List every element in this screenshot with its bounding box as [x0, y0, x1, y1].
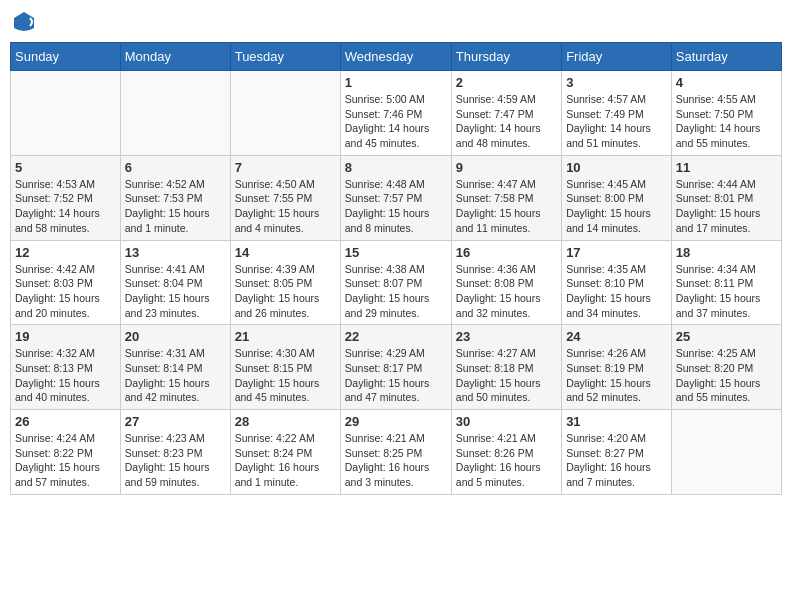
calendar-cell [230, 71, 340, 156]
day-number: 21 [235, 329, 336, 344]
day-number: 22 [345, 329, 447, 344]
day-info: Sunrise: 4:45 AM Sunset: 8:00 PM Dayligh… [566, 177, 667, 236]
day-number: 9 [456, 160, 557, 175]
day-info: Sunrise: 4:52 AM Sunset: 7:53 PM Dayligh… [125, 177, 226, 236]
day-info: Sunrise: 4:25 AM Sunset: 8:20 PM Dayligh… [676, 346, 777, 405]
day-number: 18 [676, 245, 777, 260]
calendar-cell: 24Sunrise: 4:26 AM Sunset: 8:19 PM Dayli… [562, 325, 672, 410]
day-info: Sunrise: 4:21 AM Sunset: 8:26 PM Dayligh… [456, 431, 557, 490]
day-number: 8 [345, 160, 447, 175]
calendar-cell: 16Sunrise: 4:36 AM Sunset: 8:08 PM Dayli… [451, 240, 561, 325]
calendar-cell: 12Sunrise: 4:42 AM Sunset: 8:03 PM Dayli… [11, 240, 121, 325]
calendar-week-row: 19Sunrise: 4:32 AM Sunset: 8:13 PM Dayli… [11, 325, 782, 410]
day-info: Sunrise: 4:36 AM Sunset: 8:08 PM Dayligh… [456, 262, 557, 321]
calendar-cell: 7Sunrise: 4:50 AM Sunset: 7:55 PM Daylig… [230, 155, 340, 240]
calendar-cell: 8Sunrise: 4:48 AM Sunset: 7:57 PM Daylig… [340, 155, 451, 240]
day-info: Sunrise: 4:35 AM Sunset: 8:10 PM Dayligh… [566, 262, 667, 321]
header-thursday: Thursday [451, 43, 561, 71]
day-info: Sunrise: 4:41 AM Sunset: 8:04 PM Dayligh… [125, 262, 226, 321]
calendar-cell [11, 71, 121, 156]
day-number: 16 [456, 245, 557, 260]
day-info: Sunrise: 4:27 AM Sunset: 8:18 PM Dayligh… [456, 346, 557, 405]
calendar-cell [120, 71, 230, 156]
day-info: Sunrise: 4:21 AM Sunset: 8:25 PM Dayligh… [345, 431, 447, 490]
calendar-cell: 21Sunrise: 4:30 AM Sunset: 8:15 PM Dayli… [230, 325, 340, 410]
calendar-cell: 23Sunrise: 4:27 AM Sunset: 8:18 PM Dayli… [451, 325, 561, 410]
day-info: Sunrise: 4:48 AM Sunset: 7:57 PM Dayligh… [345, 177, 447, 236]
day-number: 13 [125, 245, 226, 260]
day-number: 30 [456, 414, 557, 429]
day-number: 3 [566, 75, 667, 90]
day-number: 2 [456, 75, 557, 90]
header-monday: Monday [120, 43, 230, 71]
day-info: Sunrise: 4:24 AM Sunset: 8:22 PM Dayligh… [15, 431, 116, 490]
day-info: Sunrise: 4:44 AM Sunset: 8:01 PM Dayligh… [676, 177, 777, 236]
calendar-cell: 18Sunrise: 4:34 AM Sunset: 8:11 PM Dayli… [671, 240, 781, 325]
day-info: Sunrise: 4:20 AM Sunset: 8:27 PM Dayligh… [566, 431, 667, 490]
calendar-cell: 31Sunrise: 4:20 AM Sunset: 8:27 PM Dayli… [562, 410, 672, 495]
calendar-cell: 1Sunrise: 5:00 AM Sunset: 7:46 PM Daylig… [340, 71, 451, 156]
calendar-table: SundayMondayTuesdayWednesdayThursdayFrid… [10, 42, 782, 495]
calendar-week-row: 12Sunrise: 4:42 AM Sunset: 8:03 PM Dayli… [11, 240, 782, 325]
day-number: 15 [345, 245, 447, 260]
header-friday: Friday [562, 43, 672, 71]
day-number: 17 [566, 245, 667, 260]
day-number: 28 [235, 414, 336, 429]
day-number: 5 [15, 160, 116, 175]
day-info: Sunrise: 4:38 AM Sunset: 8:07 PM Dayligh… [345, 262, 447, 321]
calendar-cell: 20Sunrise: 4:31 AM Sunset: 8:14 PM Dayli… [120, 325, 230, 410]
calendar-week-row: 1Sunrise: 5:00 AM Sunset: 7:46 PM Daylig… [11, 71, 782, 156]
header-sunday: Sunday [11, 43, 121, 71]
calendar-cell: 5Sunrise: 4:53 AM Sunset: 7:52 PM Daylig… [11, 155, 121, 240]
calendar-cell: 26Sunrise: 4:24 AM Sunset: 8:22 PM Dayli… [11, 410, 121, 495]
calendar-cell: 4Sunrise: 4:55 AM Sunset: 7:50 PM Daylig… [671, 71, 781, 156]
calendar-cell: 22Sunrise: 4:29 AM Sunset: 8:17 PM Dayli… [340, 325, 451, 410]
day-number: 24 [566, 329, 667, 344]
day-number: 12 [15, 245, 116, 260]
day-number: 27 [125, 414, 226, 429]
day-number: 14 [235, 245, 336, 260]
calendar-cell: 29Sunrise: 4:21 AM Sunset: 8:25 PM Dayli… [340, 410, 451, 495]
day-info: Sunrise: 4:47 AM Sunset: 7:58 PM Dayligh… [456, 177, 557, 236]
day-number: 11 [676, 160, 777, 175]
calendar-cell: 14Sunrise: 4:39 AM Sunset: 8:05 PM Dayli… [230, 240, 340, 325]
day-number: 20 [125, 329, 226, 344]
day-info: Sunrise: 4:22 AM Sunset: 8:24 PM Dayligh… [235, 431, 336, 490]
logo [10, 10, 36, 34]
calendar-cell: 13Sunrise: 4:41 AM Sunset: 8:04 PM Dayli… [120, 240, 230, 325]
calendar-cell: 19Sunrise: 4:32 AM Sunset: 8:13 PM Dayli… [11, 325, 121, 410]
day-number: 6 [125, 160, 226, 175]
day-info: Sunrise: 4:30 AM Sunset: 8:15 PM Dayligh… [235, 346, 336, 405]
calendar-cell: 28Sunrise: 4:22 AM Sunset: 8:24 PM Dayli… [230, 410, 340, 495]
calendar-cell: 9Sunrise: 4:47 AM Sunset: 7:58 PM Daylig… [451, 155, 561, 240]
day-number: 7 [235, 160, 336, 175]
calendar-cell: 25Sunrise: 4:25 AM Sunset: 8:20 PM Dayli… [671, 325, 781, 410]
day-number: 25 [676, 329, 777, 344]
day-info: Sunrise: 4:55 AM Sunset: 7:50 PM Dayligh… [676, 92, 777, 151]
calendar-cell: 27Sunrise: 4:23 AM Sunset: 8:23 PM Dayli… [120, 410, 230, 495]
calendar-cell: 6Sunrise: 4:52 AM Sunset: 7:53 PM Daylig… [120, 155, 230, 240]
day-number: 31 [566, 414, 667, 429]
day-number: 26 [15, 414, 116, 429]
header-saturday: Saturday [671, 43, 781, 71]
calendar-cell: 10Sunrise: 4:45 AM Sunset: 8:00 PM Dayli… [562, 155, 672, 240]
day-info: Sunrise: 4:26 AM Sunset: 8:19 PM Dayligh… [566, 346, 667, 405]
day-info: Sunrise: 5:00 AM Sunset: 7:46 PM Dayligh… [345, 92, 447, 151]
day-number: 4 [676, 75, 777, 90]
day-info: Sunrise: 4:23 AM Sunset: 8:23 PM Dayligh… [125, 431, 226, 490]
calendar-cell: 2Sunrise: 4:59 AM Sunset: 7:47 PM Daylig… [451, 71, 561, 156]
day-number: 19 [15, 329, 116, 344]
day-number: 1 [345, 75, 447, 90]
day-number: 29 [345, 414, 447, 429]
header-tuesday: Tuesday [230, 43, 340, 71]
day-info: Sunrise: 4:29 AM Sunset: 8:17 PM Dayligh… [345, 346, 447, 405]
calendar-cell [671, 410, 781, 495]
calendar-cell: 17Sunrise: 4:35 AM Sunset: 8:10 PM Dayli… [562, 240, 672, 325]
calendar-week-row: 5Sunrise: 4:53 AM Sunset: 7:52 PM Daylig… [11, 155, 782, 240]
day-number: 23 [456, 329, 557, 344]
calendar-cell: 15Sunrise: 4:38 AM Sunset: 8:07 PM Dayli… [340, 240, 451, 325]
day-info: Sunrise: 4:53 AM Sunset: 7:52 PM Dayligh… [15, 177, 116, 236]
day-info: Sunrise: 4:59 AM Sunset: 7:47 PM Dayligh… [456, 92, 557, 151]
page-header [10, 10, 782, 34]
header-wednesday: Wednesday [340, 43, 451, 71]
